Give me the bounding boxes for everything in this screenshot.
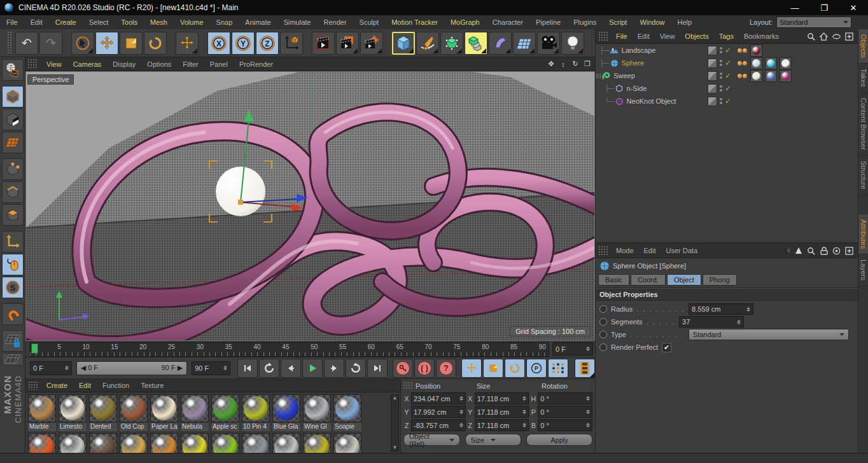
enabled-check-icon[interactable]: ✓ <box>725 59 731 67</box>
history-back-icon[interactable] <box>781 246 790 256</box>
workplane-mode-button[interactable] <box>2 132 24 153</box>
texture-tag[interactable] <box>780 70 792 82</box>
solo-mode-button[interactable]: S <box>2 277 24 298</box>
menu-create[interactable]: Create <box>49 18 83 26</box>
size-z-field[interactable]: 17.118 cm <box>475 419 529 431</box>
menu-render[interactable]: Render <box>317 18 353 26</box>
texture-tag[interactable] <box>765 57 777 69</box>
visibility-dots[interactable] <box>720 85 722 92</box>
texture-tag[interactable] <box>750 45 762 57</box>
camera-label[interactable]: Perspective <box>27 74 74 85</box>
layer-swatch[interactable] <box>708 84 717 93</box>
material-item[interactable]: Nebula <box>181 394 209 431</box>
material-item[interactable]: 10 Pin 4 <box>242 394 270 431</box>
object-row-neoknot[interactable]: └─ NeoKnot Object ✓ <box>596 95 858 107</box>
restore-button[interactable]: ❐ <box>809 0 839 15</box>
om-menu-edit[interactable]: Edit <box>633 32 655 40</box>
open-timeline-button[interactable] <box>575 359 595 378</box>
start-frame-field[interactable]: 0 F <box>30 361 72 375</box>
snap-button[interactable] <box>2 303 24 325</box>
rotation-h-field[interactable]: 0 ° <box>538 392 592 404</box>
spinner[interactable] <box>223 364 227 372</box>
coordinate-system-button[interactable] <box>280 32 303 55</box>
size-mode-select[interactable]: Size <box>465 434 522 446</box>
object-row-sphere[interactable]: ├─ Sphere ✓ <box>596 57 858 69</box>
play-forward-button[interactable] <box>346 359 366 378</box>
navigate-up-icon[interactable] <box>794 246 803 256</box>
live-selection-button[interactable] <box>71 32 94 55</box>
texture-tag[interactable] <box>750 57 762 69</box>
am-grip[interactable] <box>599 246 608 255</box>
keyframe-circle[interactable] <box>599 331 607 338</box>
radius-field[interactable]: 8.559 cm <box>689 303 753 315</box>
menu-animate[interactable]: Animate <box>239 18 277 26</box>
key-pla-toggle[interactable] <box>548 359 568 378</box>
material-item[interactable] <box>303 433 331 453</box>
om-menu-bookmarks[interactable]: Bookmarks <box>739 32 784 40</box>
spinner[interactable] <box>459 408 463 416</box>
viewport-menu-display[interactable]: Display <box>107 60 141 68</box>
tab-basic[interactable]: Basic <box>598 274 629 286</box>
subdivision-surface-button[interactable] <box>440 32 463 55</box>
viewport-menu-view[interactable]: View <box>41 60 67 68</box>
scroll-up-icon[interactable]: ▲ <box>393 395 398 401</box>
lock-y-axis-button[interactable]: Y <box>232 32 255 55</box>
am-menu-edit[interactable]: Edit <box>639 247 661 254</box>
menu-mesh[interactable]: Mesh <box>144 18 174 26</box>
current-frame-field[interactable]: 0 F <box>552 342 593 356</box>
deformers-button[interactable] <box>489 32 512 55</box>
viewport-canvas[interactable]: Perspective Grid Spacing : 100 cm <box>25 71 595 341</box>
environment-floor-button[interactable] <box>513 32 536 55</box>
material-item[interactable] <box>211 433 239 453</box>
size-x-field[interactable]: 17.118 cm <box>475 392 529 404</box>
menu-window[interactable]: Window <box>633 18 671 26</box>
size-y-field[interactable]: 17.118 cm <box>475 406 529 418</box>
dock-tab-content-browser[interactable]: Content Browser <box>858 93 868 156</box>
scroll-down-icon[interactable]: ▼ <box>393 445 398 451</box>
lock-icon[interactable] <box>819 246 829 256</box>
goto-start-button[interactable] <box>237 359 258 378</box>
viewport-menu-options[interactable]: Options <box>141 60 177 68</box>
menu-pipeline[interactable]: Pipeline <box>529 18 567 26</box>
render-settings-button[interactable] <box>360 32 383 55</box>
redo-button[interactable]: ↷ <box>39 32 62 55</box>
viewport-pan-icon[interactable]: ✥ <box>546 59 556 69</box>
rotation-b-field[interactable]: 0 ° <box>538 419 592 431</box>
am-menu-userdata[interactable]: User Data <box>661 247 703 254</box>
menu-mograph[interactable]: MoGraph <box>444 18 486 26</box>
key-position-toggle[interactable] <box>461 359 482 378</box>
scale-tool-button[interactable] <box>120 32 143 55</box>
material-item[interactable] <box>333 433 361 453</box>
menu-edit[interactable]: Edit <box>24 18 49 26</box>
model-mode-button[interactable] <box>2 86 24 107</box>
keyframe-circle[interactable] <box>599 305 607 313</box>
object-row-nside[interactable]: ├─ n-Side ✓ <box>596 82 858 95</box>
coords-grip[interactable] <box>403 382 412 390</box>
last-tool-button[interactable] <box>176 32 199 55</box>
visibility-dots[interactable] <box>720 98 722 104</box>
enable-axis-button[interactable] <box>2 231 24 252</box>
keyframe-options-button[interactable]: ? <box>436 359 456 378</box>
spinner[interactable] <box>586 345 590 353</box>
add-panel-icon[interactable] <box>844 246 854 256</box>
om-menu-objects[interactable]: Objects <box>680 32 713 40</box>
camera-button[interactable] <box>537 32 560 55</box>
move-tool-button[interactable] <box>95 32 118 55</box>
texture-tag[interactable] <box>765 70 777 82</box>
material-item[interactable] <box>120 433 148 453</box>
menu-tools[interactable]: Tools <box>115 18 144 26</box>
lock-x-axis-button[interactable]: X <box>207 32 230 55</box>
om-menu-file[interactable]: File <box>611 32 633 40</box>
layer-swatch[interactable] <box>708 97 717 106</box>
section-header[interactable]: Object Properties <box>596 288 858 301</box>
render-view-button[interactable] <box>312 32 335 55</box>
material-item[interactable]: Paper La <box>150 394 178 431</box>
next-frame-button[interactable] <box>324 359 344 378</box>
menu-motion-tracker[interactable]: Motion Tracker <box>385 18 444 26</box>
dock-tab-layers[interactable]: Layers <box>858 254 868 286</box>
spinner[interactable] <box>737 318 741 326</box>
layout-select[interactable]: Standard <box>776 17 851 28</box>
keyframe-circle[interactable] <box>599 318 607 326</box>
enabled-check-icon[interactable]: ✓ <box>725 97 731 106</box>
material-menu-create[interactable]: Create <box>41 382 73 389</box>
